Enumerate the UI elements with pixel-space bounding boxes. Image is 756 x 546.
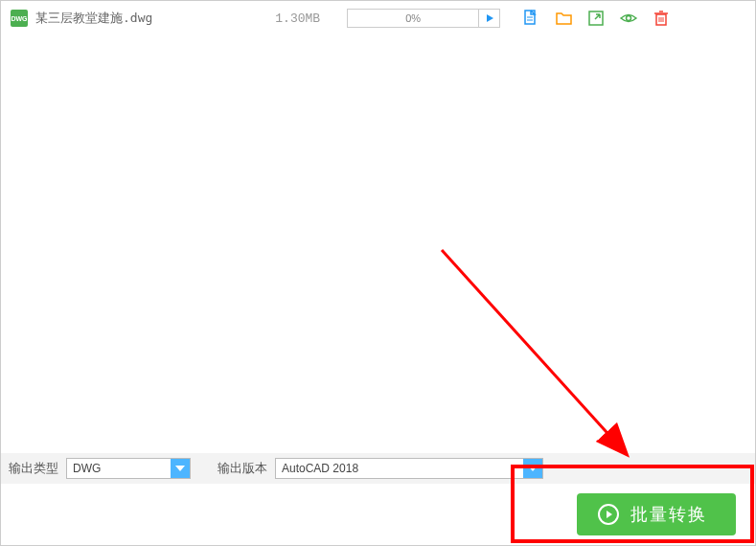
file-type-badge: DWG [11,10,28,27]
row-actions [521,9,671,28]
svg-marker-13 [528,466,538,471]
play-button[interactable] [478,10,499,27]
play-circle-icon [598,504,619,525]
file-name: 某三层教堂建施.dwg [35,10,152,27]
eye-icon[interactable] [619,9,638,28]
chevron-down-icon [171,459,190,478]
output-version-select[interactable]: AutoCAD 2018 [275,458,543,479]
output-version-value: AutoCAD 2018 [282,462,358,475]
footer: 批量转换 [1,484,755,545]
file-size: 1.30MB [275,11,320,26]
svg-point-5 [627,16,631,21]
document-icon[interactable] [521,9,540,28]
progress-text: 0% [348,12,478,24]
svg-marker-12 [175,466,185,471]
batch-convert-label: 批量转换 [630,503,707,526]
svg-line-16 [442,250,624,451]
output-type-select[interactable]: DWG [66,458,191,479]
svg-marker-14 [607,511,612,518]
svg-marker-0 [487,14,493,22]
output-settings-bar: 输出类型 DWG 输出版本 AutoCAD 2018 [1,453,755,484]
chevron-down-icon [523,459,542,478]
output-type-label: 输出类型 [9,460,58,477]
folder-icon[interactable] [554,9,573,28]
annotation-arrow [432,240,662,489]
batch-convert-button[interactable]: 批量转换 [577,493,736,535]
play-icon [485,13,494,23]
delete-icon[interactable] [652,9,671,28]
export-icon[interactable] [586,9,606,28]
progress-bar: 0% [347,9,500,28]
output-type-value: DWG [73,462,101,475]
file-row: DWG 某三层教堂建施.dwg 1.30MB 0% [1,1,755,35]
output-version-label: 输出版本 [218,460,267,477]
